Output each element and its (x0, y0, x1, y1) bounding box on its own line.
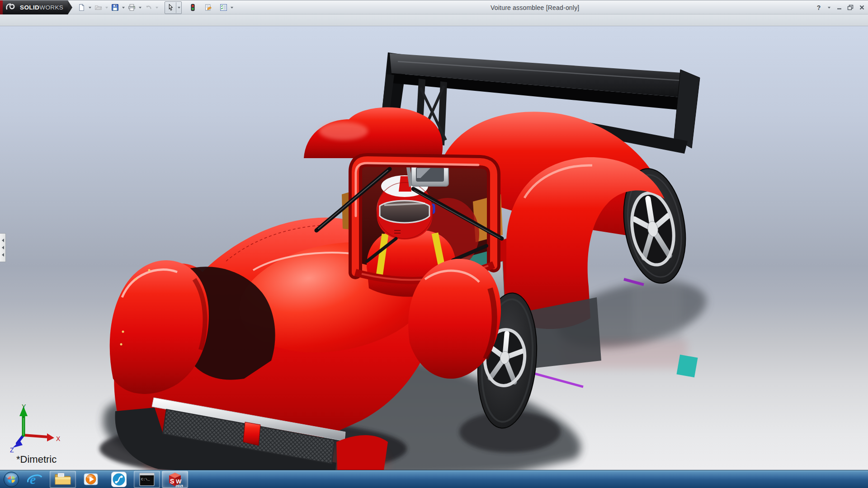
feature-manager-collapsed-tab[interactable] (0, 233, 6, 262)
print-dropdown[interactable] (137, 2, 142, 14)
title-controls: ? (815, 0, 865, 14)
options-dropdown[interactable] (229, 2, 234, 14)
open-document-dropdown[interactable] (104, 2, 109, 14)
window-title: Voiture assomblee [Read-only] (491, 4, 579, 11)
windows-taskbar: e (0, 470, 868, 488)
start-button[interactable] (3, 471, 20, 488)
triad-y-label: Y (22, 403, 26, 410)
taskbar-internet-explorer[interactable]: e (22, 471, 48, 488)
rebuild-traffic-light-button[interactable] (187, 2, 198, 14)
taskbar-solidworks[interactable]: S W 2015 (162, 471, 188, 488)
undo-button[interactable] (143, 2, 154, 14)
sheet-properties-button[interactable] (203, 2, 213, 14)
print-button[interactable] (126, 2, 137, 14)
new-document-dropdown[interactable] (87, 2, 92, 14)
chevron-left-icon (2, 253, 4, 257)
svg-text:2015: 2015 (175, 484, 183, 488)
solidworks-logo: SOLIDWORKS (0, 0, 68, 14)
triad-x-label: X (56, 435, 61, 442)
svg-text:C:\_: C:\_ (141, 477, 150, 481)
select-tool-group (165, 1, 182, 14)
select-tool-dropdown[interactable] (176, 2, 181, 13)
solidworks-window: SOLIDWORKS (0, 0, 868, 488)
open-document-button[interactable] (93, 2, 104, 14)
logo-arrow-tab (68, 0, 72, 14)
taskbar-media-player[interactable] (78, 471, 104, 488)
rear-airbox (304, 108, 443, 158)
select-tool-button[interactable] (165, 2, 176, 14)
taskbar-windows-explorer[interactable] (50, 471, 76, 488)
reference-triad: Y X Z (8, 403, 67, 453)
solidworks-wordmark: SOLIDWORKS (20, 4, 63, 11)
minimize-button[interactable] (835, 4, 843, 12)
graphics-viewport[interactable]: Y X Z *Dimetric (0, 26, 868, 470)
chevron-left-icon (2, 246, 4, 249)
close-button[interactable] (858, 4, 865, 12)
svg-text:e: e (30, 472, 36, 487)
help-dropdown[interactable] (826, 2, 831, 14)
view-toolbar-strip (0, 14, 868, 26)
dassault-systemes-logo-icon (5, 2, 17, 13)
restore-button[interactable] (847, 4, 854, 12)
nose-center-post (243, 422, 260, 446)
save-button[interactable] (109, 2, 120, 14)
title-bar: SOLIDWORKS (0, 0, 868, 14)
chevron-left-icon (2, 239, 4, 242)
race-car-model (0, 26, 868, 470)
new-document-button[interactable] (76, 2, 87, 14)
triad-z-label: Z (10, 446, 14, 453)
undo-dropdown[interactable] (154, 2, 159, 14)
save-dropdown[interactable] (121, 2, 126, 14)
taskbar-dassault-app[interactable] (106, 471, 132, 488)
view-orientation-label: *Dimetric (16, 454, 57, 465)
main-toolbar (76, 0, 234, 14)
taskbar-command-prompt[interactable]: C:\_ (134, 471, 160, 488)
options-checklist-button[interactable] (218, 2, 229, 14)
svg-text:S: S (170, 478, 174, 485)
help-button[interactable]: ? (815, 4, 822, 12)
